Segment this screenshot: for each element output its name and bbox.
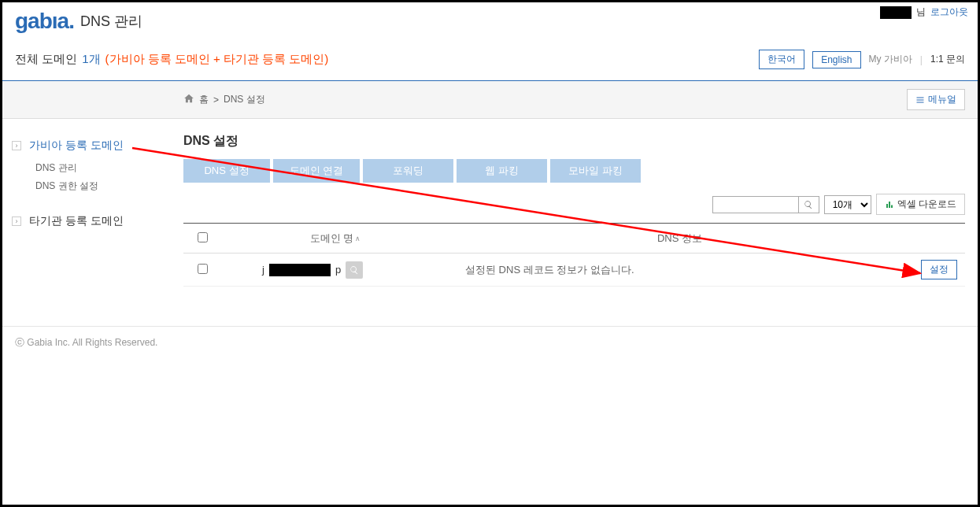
search-button[interactable] <box>798 197 819 213</box>
domain-source-paren: (가비아 등록 도메인 + 타기관 등록 도메인) <box>105 52 329 67</box>
total-domain-label: 전체 도메인 <box>15 52 77 67</box>
manual-button[interactable]: 메뉴얼 <box>907 89 965 110</box>
tab-dns-setting[interactable]: DNS 설정 <box>183 159 270 183</box>
page-title: DNS 관리 <box>80 12 142 31</box>
home-icon[interactable] <box>183 93 194 106</box>
chevron-right-icon: › <box>12 141 21 150</box>
th-dns-info: DNS 정보 <box>449 231 910 246</box>
my-gabia-link[interactable]: My 가비아 <box>869 53 912 66</box>
username-redacted <box>880 6 912 19</box>
sidebar-sub-dns-auth[interactable]: DNS 권한 설정 <box>12 179 171 193</box>
sidebar-item-other-domain[interactable]: › 타기관 등록 도메인 <box>12 210 171 232</box>
sort-asc-icon: ∧ <box>355 235 361 242</box>
excel-button-label: 엑셀 다운로드 <box>897 198 956 211</box>
search-input[interactable] <box>713 197 798 213</box>
tab-forwarding[interactable]: 포워딩 <box>363 159 453 183</box>
logout-link[interactable]: 로그아웃 <box>930 6 968 19</box>
th-domain-label: 도메인 명 <box>310 231 354 246</box>
search-icon <box>804 200 813 209</box>
excel-download-button[interactable]: 엑셀 다운로드 <box>876 194 965 215</box>
tab-web-parking[interactable]: 웹 파킹 <box>457 159 547 183</box>
user-suffix: 님 <box>916 6 926 19</box>
sidebar-item-gabia-domain[interactable]: › 가비아 등록 도메인 <box>12 135 171 157</box>
tab-mobile-parking[interactable]: 모바일 파킹 <box>550 159 641 183</box>
table-header: 도메인 명 ∧ DNS 정보 <box>183 224 965 254</box>
dns-info-text: 설정된 DNS 레코드 정보가 없습니다. <box>449 263 910 277</box>
separator: | <box>920 54 923 65</box>
select-all-checkbox[interactable] <box>198 232 208 242</box>
th-domain-name[interactable]: 도메인 명 ∧ <box>221 231 449 246</box>
sidebar-item-label: 타기관 등록 도메인 <box>29 214 124 228</box>
chevron-right-icon: › <box>12 216 21 226</box>
content-title: DNS 설정 <box>183 133 965 150</box>
breadcrumb-sep: > <box>213 94 219 105</box>
search-box <box>712 196 819 213</box>
copyright-text: ⓒ Gabia Inc. All Rights Reserved. <box>15 337 157 348</box>
domain-name-redacted <box>269 264 331 276</box>
sidebar-item-label: 가비아 등록 도메인 <box>29 139 124 153</box>
inquiry-link[interactable]: 1:1 문의 <box>930 53 965 66</box>
footer: ⓒ Gabia Inc. All Rights Reserved. <box>2 326 978 359</box>
search-icon <box>349 265 359 275</box>
tab-domain-connect[interactable]: 도메인 연결 <box>273 159 360 183</box>
page-size-select[interactable]: 10개 <box>824 195 871 214</box>
list-icon <box>915 95 925 105</box>
breadcrumb: 홈 > DNS 설정 <box>183 93 265 106</box>
chart-icon <box>885 200 894 209</box>
lang-english-button[interactable]: English <box>812 51 860 68</box>
configure-button[interactable]: 설정 <box>921 260 957 279</box>
domain-prefix: j <box>262 264 264 276</box>
breadcrumb-home[interactable]: 홈 <box>199 93 209 106</box>
row-checkbox[interactable] <box>198 264 208 274</box>
lang-korean-button[interactable]: 한국어 <box>759 50 804 69</box>
domain-suffix: p <box>335 264 341 276</box>
manual-button-label: 메뉴얼 <box>928 93 956 106</box>
logo[interactable]: gabıa. <box>15 9 74 34</box>
table-row: j p 설정된 DNS 레코드 정보가 없습니다. 설정 <box>183 254 965 287</box>
breadcrumb-current: DNS 설정 <box>224 93 265 106</box>
sidebar-sub-dns-manage[interactable]: DNS 관리 <box>12 161 171 175</box>
total-domain-count: 1개 <box>82 52 100 67</box>
domain-search-button[interactable] <box>346 261 363 279</box>
